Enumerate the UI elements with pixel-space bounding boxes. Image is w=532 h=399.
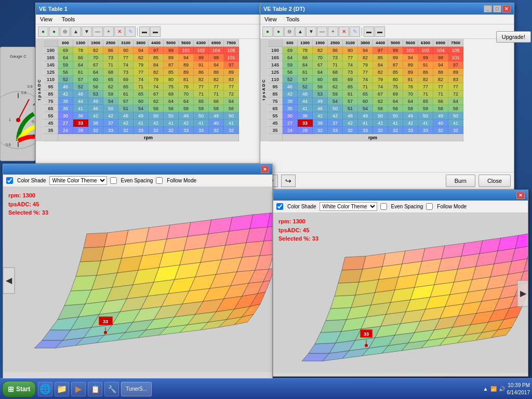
tool-pencil[interactable]: ✎ xyxy=(125,26,136,37)
table-cell[interactable]: 99 xyxy=(164,47,179,54)
table-cell[interactable]: 89 xyxy=(388,54,403,61)
table-cell[interactable]: 49 xyxy=(433,112,448,119)
taskbar-tuner-btn[interactable]: TunerS... xyxy=(121,382,152,396)
taskbar-folder-icon[interactable]: 📁 xyxy=(55,382,69,396)
table-cell[interactable]: 33 xyxy=(418,127,433,134)
table-cell[interactable]: 58 xyxy=(403,105,418,112)
table-cell[interactable]: 41 xyxy=(388,119,403,127)
table-cell[interactable]: 32 xyxy=(118,127,134,134)
table-cell[interactable]: 42 xyxy=(343,119,358,127)
table-cell[interactable]: 94 xyxy=(403,54,418,61)
table-cell[interactable]: 56 xyxy=(58,69,73,76)
table-cell[interactable]: 82 xyxy=(209,76,224,83)
table-cell[interactable]: 79 xyxy=(373,76,388,83)
table-cell[interactable]: 69 xyxy=(343,76,358,83)
table-cell[interactable]: 33 xyxy=(358,127,373,134)
table-cell[interactable]: 41 xyxy=(73,105,88,112)
table-cell[interactable]: 71 xyxy=(358,83,373,90)
table-cell[interactable]: 49 xyxy=(313,98,328,105)
table-cell[interactable]: 32 xyxy=(373,127,388,134)
table-cell[interactable]: 64 xyxy=(283,54,298,61)
table-cell[interactable]: 64 xyxy=(58,54,73,61)
tool-minus[interactable]: ⊖ xyxy=(60,26,70,37)
tool-go-2b[interactable]: ● xyxy=(273,26,284,37)
table-cell[interactable]: 84 xyxy=(373,61,388,69)
table-cell[interactable]: 56 xyxy=(448,105,463,112)
table-cell[interactable]: 42 xyxy=(103,112,118,119)
table-cell[interactable]: 86 xyxy=(194,69,209,76)
taskbar-app2-icon[interactable]: 🔧 xyxy=(104,382,119,396)
table-cell[interactable]: 104 xyxy=(433,47,448,54)
table-cell[interactable]: 30 xyxy=(58,112,73,119)
table-cell[interactable]: 85 xyxy=(388,69,403,76)
tool-go-2a[interactable]: ● xyxy=(262,26,273,37)
table-cell[interactable]: 74 xyxy=(118,61,134,69)
table-cell[interactable]: 62 xyxy=(373,98,388,105)
table-cell[interactable]: 94 xyxy=(433,61,448,69)
table-cell[interactable]: 54 xyxy=(358,105,373,112)
table-cell[interactable]: 50 xyxy=(164,112,179,119)
follow-mode-checkbox-left[interactable] xyxy=(156,177,163,184)
table-cell[interactable]: 77 xyxy=(209,83,224,90)
table-cell[interactable]: 82 xyxy=(313,47,328,54)
table-cell[interactable]: 99 xyxy=(194,54,209,61)
table-cell[interactable]: 59 xyxy=(103,90,118,98)
taskbar-app-icon[interactable]: 📋 xyxy=(88,382,102,396)
table-cell[interactable]: 44 xyxy=(73,98,88,105)
table-cell[interactable]: 65 xyxy=(418,98,433,105)
tool-bar2[interactable]: ▬ xyxy=(150,26,161,37)
table-cell[interactable]: 32 xyxy=(313,127,328,134)
table-cell[interactable]: 70 xyxy=(403,90,418,98)
table-cell[interactable]: 33 xyxy=(403,127,418,134)
table-cell[interactable]: 46 xyxy=(343,112,358,119)
table-cell[interactable]: 77 xyxy=(134,69,149,76)
table-cell[interactable]: 82 xyxy=(134,54,149,61)
table-cell[interactable]: 98 xyxy=(433,54,448,61)
table-cell[interactable]: 74 xyxy=(373,83,388,90)
table-cell[interactable]: 77 xyxy=(194,83,209,90)
table-cell[interactable]: 85 xyxy=(373,54,388,61)
table-cell[interactable]: 65 xyxy=(343,83,358,90)
tool-pencil-2[interactable]: ✎ xyxy=(350,26,360,37)
table-cell[interactable]: 50 xyxy=(448,112,463,119)
table-cell[interactable]: 40 xyxy=(209,119,224,127)
table-cell[interactable]: 61 xyxy=(118,90,134,98)
table-cell[interactable]: 74 xyxy=(149,83,164,90)
taskbar-ie-icon[interactable]: 🌐 xyxy=(38,382,52,396)
table-cell[interactable]: 36 xyxy=(298,112,313,119)
table-cell[interactable]: 77 xyxy=(433,83,448,90)
burn-button[interactable]: Burn xyxy=(446,175,475,187)
table-cell[interactable]: 101 xyxy=(179,47,194,54)
table-cell[interactable]: 85 xyxy=(164,69,179,76)
table-cell[interactable]: 42 xyxy=(179,119,194,127)
table-cell[interactable]: 105 xyxy=(448,47,463,54)
view-menu-2[interactable]: View xyxy=(262,16,279,23)
table-cell[interactable]: 42 xyxy=(313,112,328,119)
table-cell[interactable]: 65 xyxy=(134,90,149,98)
table-cell[interactable]: 68 xyxy=(328,69,343,76)
table-cell[interactable]: 74 xyxy=(343,61,358,69)
table-cell[interactable]: 33 xyxy=(298,119,313,127)
table-cell[interactable]: 41 xyxy=(448,119,463,127)
table-cell[interactable]: 61 xyxy=(298,69,313,76)
tool-down[interactable]: ▼ xyxy=(82,26,92,37)
table-cell[interactable]: 82 xyxy=(194,76,209,83)
table-cell[interactable]: 62 xyxy=(328,83,343,90)
table-cell[interactable]: 50 xyxy=(328,105,343,112)
start-button[interactable]: ⊞ Start xyxy=(2,381,36,397)
table-cell[interactable]: 52 xyxy=(73,83,88,90)
table-cell[interactable]: 33 xyxy=(194,127,209,134)
table-cell[interactable]: 70 xyxy=(179,90,194,98)
table-cell[interactable]: 77 xyxy=(358,69,373,76)
table-cell[interactable]: 59 xyxy=(58,61,73,69)
table-cell[interactable]: 69 xyxy=(164,90,179,98)
theme-select-right[interactable]: White Color Theme Default Theme Dark The… xyxy=(320,202,377,211)
table-cell[interactable]: 102 xyxy=(194,47,209,54)
table-cell[interactable]: 90 xyxy=(343,47,358,54)
table-cell[interactable]: 67 xyxy=(313,61,328,69)
close-3d-left[interactable]: ✕ xyxy=(261,166,269,173)
table-cell[interactable]: 46 xyxy=(88,105,103,112)
table-cell[interactable]: 78 xyxy=(298,47,313,54)
table-cell[interactable]: 30 xyxy=(283,112,298,119)
tool-go[interactable]: ● xyxy=(38,26,48,37)
